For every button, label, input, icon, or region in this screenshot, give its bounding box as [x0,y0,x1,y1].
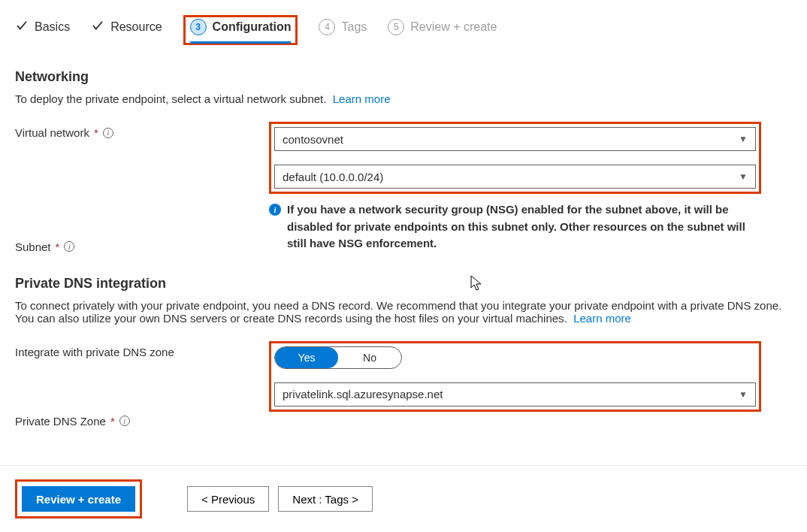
vnet-value: contosovnet [283,133,343,146]
info-icon[interactable]: i [103,128,113,138]
chevron-down-icon: ▼ [739,171,748,182]
chevron-down-icon: ▼ [739,389,748,400]
highlight-dns-fields: Yes No privatelink.sql.azuresynapse.net … [269,341,761,412]
toggle-yes[interactable]: Yes [275,347,338,368]
subnet-select[interactable]: default (10.0.0.0/24) ▼ [274,165,756,189]
vnet-select[interactable]: contosovnet ▼ [274,127,756,151]
dns-zone-label: Private DNS Zone * i [15,377,269,428]
highlight-network-fields: contosovnet ▼ default (10.0.0.0/24) ▼ [269,122,761,194]
step-number: 5 [388,19,404,35]
check-icon [15,19,29,35]
nsg-info-message: i If you have a network security group (… [269,201,761,252]
tab-basics[interactable]: Basics [15,19,70,41]
tab-label: Review + create [410,20,497,34]
learn-more-link[interactable]: Learn more [333,92,391,105]
subnet-value: default (10.0.0.0/24) [283,171,383,183]
highlight-config-tab: 3 Configuration [183,15,298,45]
previous-button[interactable]: < Previous [187,486,269,512]
check-icon [91,19,104,35]
wizard-tabs: Basics Resource 3 Configuration 4 Tags 5… [0,0,807,53]
learn-more-link[interactable]: Learn more [573,312,631,325]
tab-label: Tags [341,20,367,34]
info-icon[interactable]: i [119,416,130,426]
review-create-button[interactable]: Review + create [22,486,135,512]
wizard-footer: Review + create < Previous Next : Tags > [0,465,807,532]
tab-configuration[interactable]: 3 Configuration [190,19,292,44]
next-button[interactable]: Next : Tags > [278,486,373,512]
tab-label: Resource [110,20,162,34]
step-number: 3 [190,19,207,35]
dns-heading: Private DNS integration [15,276,792,292]
required-asterisk: * [110,415,115,428]
integrate-dns-toggle[interactable]: Yes No [274,346,402,369]
dns-zone-select[interactable]: privatelink.sql.azuresynapse.net ▼ [274,382,756,407]
vnet-label: Virtual network * i [15,122,269,139]
tab-review[interactable]: 5 Review + create [388,19,497,41]
subnet-label: Subnet * i [15,197,269,253]
networking-desc: To deploy the private endpoint, select a… [15,92,792,105]
tab-resource[interactable]: Resource [91,19,162,41]
highlight-review-button: Review + create [15,479,142,518]
dns-zone-value: privatelink.sql.azuresynapse.net [283,388,443,401]
chevron-down-icon: ▼ [739,134,748,144]
dns-desc: To connect privately with your private e… [15,299,792,325]
required-asterisk: * [94,126,98,139]
step-number: 4 [319,19,335,35]
tab-label: Configuration [213,20,292,34]
toggle-no[interactable]: No [338,347,401,368]
tab-tags[interactable]: 4 Tags [319,19,367,41]
info-icon[interactable]: i [64,241,74,252]
required-asterisk: * [56,240,60,253]
info-icon: i [269,204,281,216]
integrate-dns-label: Integrate with private DNS zone [15,341,269,358]
tab-label: Basics [35,20,70,34]
networking-heading: Networking [15,69,792,85]
